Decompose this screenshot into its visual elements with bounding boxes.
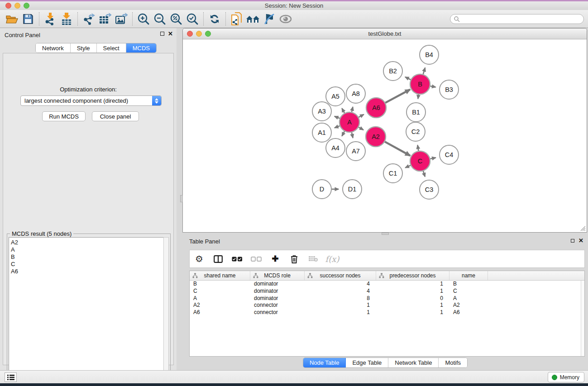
graph-node-D1[interactable]: D1 [343, 180, 362, 199]
table-cell[interactable]: C [449, 288, 488, 295]
graph-edge-C-C3[interactable] [423, 171, 425, 176]
tab-style[interactable]: Style [71, 43, 97, 52]
close-window-button[interactable] [5, 3, 11, 9]
graph-node-A7[interactable]: A7 [346, 142, 365, 161]
graph-node-C2[interactable]: C2 [406, 122, 425, 141]
import-network-button[interactable] [42, 11, 58, 27]
open-file-button[interactable] [4, 11, 20, 27]
column-view-button[interactable] [209, 255, 228, 263]
close-panel-icon[interactable]: ✕ [168, 31, 173, 36]
graph-edge-C-C4[interactable] [430, 157, 435, 159]
network-minimize-button[interactable] [196, 31, 202, 37]
table-cell[interactable]: 4 [305, 281, 376, 288]
minimize-window-button[interactable] [14, 3, 20, 9]
graph-edge-A-A7[interactable] [352, 132, 353, 138]
table-row[interactable]: Adominator80A [190, 295, 584, 302]
graph-node-A8[interactable]: A8 [346, 84, 365, 103]
delete-table-button[interactable] [304, 256, 323, 262]
graph-node-D[interactable]: D [312, 180, 331, 199]
select-all-button[interactable] [228, 257, 247, 262]
show-hide-button[interactable] [277, 11, 294, 27]
tab-network-table[interactable]: Network Table [388, 358, 439, 367]
hide-graphics-details-button[interactable] [261, 11, 277, 27]
delete-button[interactable] [285, 255, 304, 263]
graph-node-A[interactable]: A [339, 112, 359, 132]
zoom-fit-button[interactable] [168, 11, 184, 27]
table-cell[interactable]: dominator [250, 288, 305, 295]
table-cell[interactable]: A [449, 295, 488, 302]
home-button[interactable] [245, 11, 261, 27]
mcds-result-list[interactable]: A2ABCA6 [9, 237, 164, 384]
zoom-in-button[interactable] [135, 11, 152, 27]
graph-node-A1[interactable]: A1 [312, 123, 331, 142]
memory-button[interactable]: Memory [548, 372, 584, 382]
table-cell[interactable]: C [190, 288, 250, 295]
table-cell[interactable]: A6 [449, 309, 488, 316]
run-mcds-button[interactable]: Run MCDS [42, 111, 86, 121]
table-cell[interactable]: 0 [376, 295, 449, 302]
search-field[interactable] [450, 14, 584, 24]
table-cell[interactable]: 1 [376, 309, 449, 316]
close-table-panel-icon[interactable]: ✕ [578, 238, 583, 243]
graph-edge-A2-C[interactable] [385, 142, 410, 156]
tab-select[interactable]: Select [97, 43, 126, 52]
save-session-button[interactable] [20, 11, 36, 27]
graph-node-A6[interactable]: A6 [366, 98, 386, 118]
graph-node-C[interactable]: C [410, 151, 430, 171]
table-cell[interactable]: dominator [250, 295, 305, 302]
graph-edge-C-C2[interactable] [418, 145, 419, 151]
graph-edge-B-B2[interactable] [405, 77, 411, 80]
table-cell[interactable]: dominator [250, 281, 305, 288]
table-cell[interactable]: A2 [190, 302, 250, 309]
column-header-shared-name[interactable]: shared name [190, 271, 250, 280]
graph-node-A3[interactable]: A3 [312, 102, 331, 121]
graph-edge-B-B1[interactable] [418, 95, 418, 99]
network-close-button[interactable] [187, 31, 193, 37]
column-header-MCDS-role[interactable]: MCDS role [250, 271, 305, 280]
tab-node-table[interactable]: Node Table [303, 358, 346, 367]
result-list-scrollbar[interactable] [163, 237, 169, 384]
float-panel-icon[interactable] [160, 32, 164, 36]
zoom-selected-button[interactable] [184, 11, 201, 27]
graph-edge-A-A1[interactable] [335, 126, 339, 128]
table-cell[interactable]: A6 [190, 309, 250, 316]
split-divider-handle[interactable] [180, 195, 183, 202]
graph-edge-B-B3[interactable] [430, 86, 436, 87]
table-cell[interactable]: A [190, 295, 250, 302]
deselect-all-button[interactable] [247, 257, 266, 262]
graph-node-C3[interactable]: C3 [420, 180, 439, 199]
network-zoom-button[interactable] [205, 31, 211, 37]
table-cell[interactable]: 1 [376, 302, 449, 309]
column-header-successor-nodes[interactable]: successor nodes [305, 271, 376, 280]
zoom-window-button[interactable] [24, 3, 29, 9]
add-column-button[interactable]: ✚ [266, 255, 285, 263]
graph-node-B2[interactable]: B2 [383, 62, 402, 81]
resize-grip[interactable] [580, 225, 586, 231]
table-scrollbar[interactable] [581, 281, 584, 356]
export-image-button[interactable] [113, 11, 129, 27]
graph-node-B4[interactable]: B4 [420, 45, 439, 64]
graph-node-A5[interactable]: A5 [326, 87, 345, 106]
graph-node-A4[interactable]: A4 [326, 138, 345, 157]
criterion-dropdown[interactable]: largest connected component (directed) [20, 95, 162, 106]
graph-edge-C-C1[interactable] [405, 165, 411, 167]
refresh-button[interactable] [206, 11, 223, 27]
graph-edge-A-A3[interactable] [335, 116, 340, 119]
result-list-item[interactable]: A6 [11, 268, 164, 275]
graph-node-C4[interactable]: C4 [440, 145, 459, 164]
zoom-out-button[interactable] [152, 11, 168, 27]
graph-edge-A-A2[interactable] [359, 127, 363, 130]
column-header-name[interactable]: name [449, 271, 488, 280]
table-cell[interactable]: 1 [305, 309, 376, 316]
graph-edge-B-B4[interactable] [423, 68, 425, 74]
table-cell[interactable]: 1 [305, 302, 376, 309]
graph-node-A2[interactable]: A2 [366, 127, 386, 147]
column-header-predecessor-nodes[interactable]: predecessor nodes [376, 271, 449, 280]
network-window-titlebar[interactable]: testGlobe.txt [183, 29, 587, 39]
table-cell[interactable]: 1 [376, 281, 449, 288]
table-cell[interactable]: B [449, 281, 488, 288]
result-list-item[interactable]: A [11, 246, 164, 253]
graph-edge-A-A6[interactable] [359, 114, 364, 117]
graph-node-C1[interactable]: C1 [383, 164, 402, 183]
export-network-button[interactable] [81, 11, 97, 27]
